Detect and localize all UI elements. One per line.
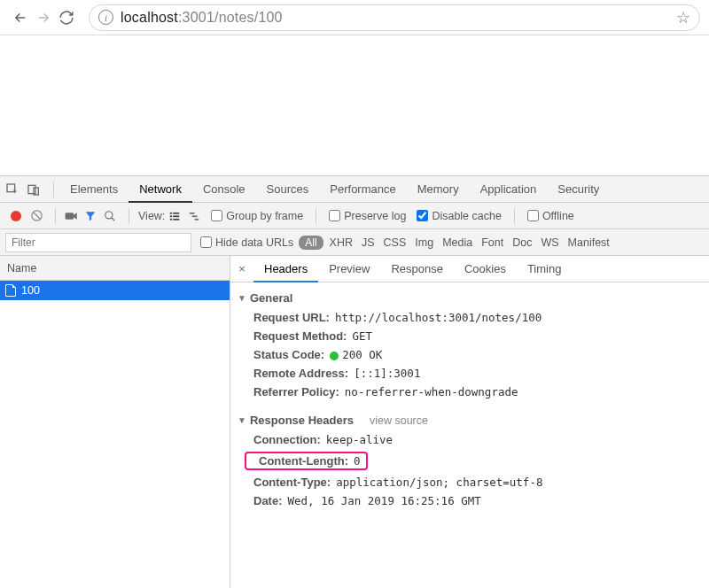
filter-type-js[interactable]: JS	[362, 236, 375, 249]
devtools-tab-strip: Elements Network Console Sources Perform…	[0, 176, 709, 203]
svg-rect-10	[170, 218, 172, 220]
tab-headers[interactable]: Headers	[253, 256, 318, 282]
row-remote-address: Remote Address: [::1]:3001	[238, 364, 709, 383]
tab-preview[interactable]: Preview	[318, 256, 380, 282]
tab-application[interactable]: Application	[470, 176, 548, 203]
reload-button[interactable]	[55, 6, 78, 29]
headers-body: ▼ General Request URL: http://localhost:…	[230, 282, 709, 510]
svg-rect-6	[170, 212, 172, 213]
request-list: Name 100	[0, 256, 230, 588]
url-host: localhost	[121, 10, 178, 25]
camera-icon[interactable]	[65, 211, 81, 221]
tab-performance[interactable]: Performance	[319, 176, 406, 203]
filter-type-img[interactable]: Img	[415, 236, 433, 249]
svg-rect-8	[170, 215, 172, 217]
value-referrer-policy: no-referrer-when-downgrade	[345, 385, 518, 398]
section-general[interactable]: ▼ General	[238, 288, 709, 308]
filter-type-xhr[interactable]: XHR	[330, 236, 353, 249]
filter-funnel-icon[interactable]	[84, 210, 100, 222]
disclosure-triangle-icon: ▼	[238, 415, 246, 425]
row-date: Date: Wed, 16 Jan 2019 16:25:16 GMT	[238, 491, 709, 510]
svg-rect-14	[195, 218, 199, 220]
label-request-url: Request URL:	[253, 311, 330, 324]
name-column-header[interactable]: Name	[0, 256, 230, 281]
value-request-method: GET	[352, 329, 372, 343]
address-bar[interactable]: i localhost:3001/notes/100 ☆	[89, 4, 700, 31]
filter-type-media[interactable]: Media	[442, 236, 472, 249]
row-status-code: Status Code: 200 OK	[238, 345, 709, 364]
label-date: Date:	[253, 494, 283, 507]
detail-tab-strip: × Headers Preview Response Cookies Timin…	[230, 256, 709, 282]
tab-security[interactable]: Security	[547, 176, 610, 203]
search-icon[interactable]	[104, 210, 120, 222]
filter-type-doc[interactable]: Doc	[512, 236, 532, 249]
device-toggle-icon[interactable]	[27, 182, 48, 197]
value-request-url: http://localhost:3001/notes/100	[335, 311, 541, 324]
svg-rect-7	[174, 212, 180, 213]
url-path: :3001/notes/100	[178, 10, 283, 25]
forward-button[interactable]	[32, 6, 55, 29]
filter-type-ws[interactable]: WS	[541, 236, 558, 249]
label-connection: Connection:	[253, 433, 321, 446]
svg-rect-9	[174, 215, 180, 217]
offline-checkbox[interactable]: Offline	[527, 210, 574, 222]
value-status-code: 200 OK	[330, 348, 382, 361]
separator	[316, 208, 316, 224]
network-main: Name 100 × Headers Preview Response Cook…	[0, 256, 709, 588]
section-response-headers[interactable]: ▼ Response Headers view source	[238, 410, 709, 430]
filter-type-all[interactable]: All	[299, 236, 323, 250]
document-icon	[5, 284, 16, 297]
arrow-left-icon	[12, 10, 28, 26]
preserve-log-checkbox[interactable]: Preserve log	[329, 210, 406, 222]
devtools-panel: Elements Network Console Sources Perform…	[0, 175, 709, 588]
row-referrer-policy: Referrer Policy: no-referrer-when-downgr…	[238, 383, 709, 401]
label-content-length: Content-Length:	[259, 454, 348, 468]
request-details: × Headers Preview Response Cookies Timin…	[230, 256, 709, 588]
browser-toolbar: i localhost:3001/notes/100 ☆	[0, 0, 709, 35]
url-text: localhost:3001/notes/100	[121, 10, 283, 26]
record-button[interactable]	[11, 211, 21, 221]
label-content-type: Content-Type:	[253, 476, 331, 489]
row-content-length: Content-Length: 0	[238, 449, 709, 473]
svg-rect-13	[192, 215, 198, 217]
tab-network[interactable]: Network	[129, 176, 192, 203]
row-request-url: Request URL: http://localhost:3001/notes…	[238, 308, 709, 327]
reload-icon	[58, 10, 74, 26]
tab-memory[interactable]: Memory	[407, 176, 470, 203]
separator	[129, 208, 129, 224]
bookmark-star-icon[interactable]: ☆	[676, 8, 690, 27]
tab-console[interactable]: Console	[192, 176, 256, 203]
filter-input[interactable]	[5, 233, 191, 252]
value-content-length: 0	[354, 454, 361, 468]
separator	[514, 208, 515, 224]
tab-response[interactable]: Response	[380, 256, 454, 282]
filter-type-css[interactable]: CSS	[384, 236, 407, 249]
site-info-icon[interactable]: i	[98, 10, 113, 25]
disclosure-triangle-icon: ▼	[238, 293, 246, 303]
value-date: Wed, 16 Jan 2019 16:25:16 GMT	[288, 494, 481, 507]
hide-data-urls-checkbox[interactable]: Hide data URLs	[200, 236, 293, 249]
inspect-element-icon[interactable]	[5, 182, 27, 197]
value-connection: keep-alive	[326, 433, 393, 446]
back-button[interactable]	[9, 6, 32, 29]
group-by-frame-checkbox[interactable]: Group by frame	[211, 210, 303, 222]
request-row-selected[interactable]: 100	[0, 281, 230, 300]
view-list-icon[interactable]	[168, 210, 184, 222]
filter-type-manifest[interactable]: Manifest	[568, 236, 610, 249]
tab-timing[interactable]: Timing	[517, 256, 573, 282]
svg-rect-1	[28, 185, 35, 193]
view-source-link[interactable]: view source	[370, 414, 428, 427]
tab-elements[interactable]: Elements	[59, 176, 129, 203]
disable-cache-checkbox[interactable]: Disable cache	[417, 210, 502, 222]
arrow-right-icon	[35, 10, 51, 26]
filter-type-font[interactable]: Font	[481, 236, 503, 249]
close-details-button[interactable]: ×	[230, 262, 253, 275]
clear-icon[interactable]	[30, 209, 46, 222]
separator	[53, 182, 54, 197]
view-label: View:	[138, 210, 165, 222]
view-waterfall-icon[interactable]	[188, 210, 204, 222]
tab-cookies[interactable]: Cookies	[454, 256, 517, 282]
svg-point-5	[105, 211, 113, 218]
svg-rect-0	[7, 184, 15, 192]
tab-sources[interactable]: Sources	[256, 176, 320, 203]
